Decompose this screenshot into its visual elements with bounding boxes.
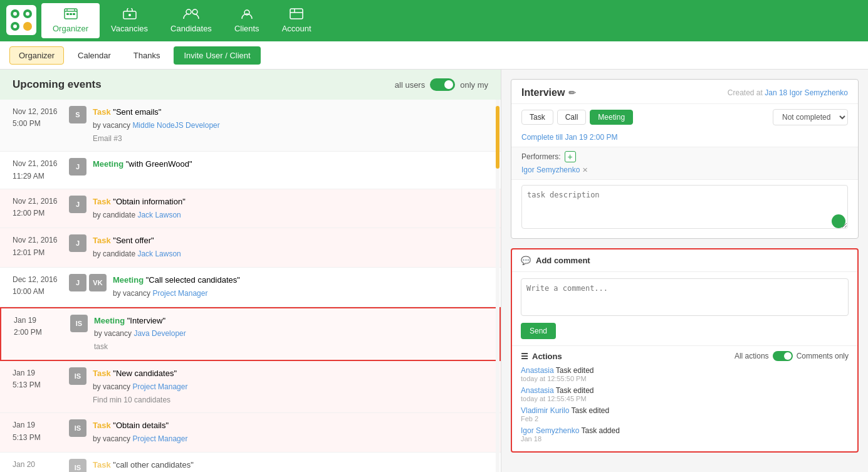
top-nav: Organizer Vacancies Candidates xyxy=(0,0,868,41)
performers-section: Performers: + Igor Semyzhenko ✕ xyxy=(511,147,858,180)
comment-input[interactable] xyxy=(521,278,849,316)
event-link[interactable]: Project Manager xyxy=(132,382,187,391)
status-select[interactable]: Not completed xyxy=(773,109,848,125)
table-row[interactable]: Nov 12, 20165:00 PM S Task "Sent emails"… xyxy=(0,100,501,152)
event-details: Task "New candidates" by vacancy Project… xyxy=(93,367,488,406)
event-type: Meeting xyxy=(113,275,144,285)
action-text: Task edited xyxy=(556,366,594,375)
scrollbar-thumb[interactable] xyxy=(496,106,499,169)
event-title: "Sent offer" xyxy=(113,236,154,245)
table-row[interactable]: Nov 21, 201612:01 PM J Task "Sent offer"… xyxy=(0,228,501,268)
right-panel: Interview ✏ Created at Jan 18 Igor Semyz… xyxy=(501,70,868,472)
vacancies-icon xyxy=(123,8,137,24)
nav-label-clients: Clients xyxy=(234,24,259,33)
complete-till-date: Jan 19 2:00 PM xyxy=(565,133,617,142)
nav-item-vacancies[interactable]: Vacancies xyxy=(100,3,159,38)
invite-user-client-button[interactable]: Invite User / Client xyxy=(174,46,260,65)
performer-remove-button[interactable]: ✕ xyxy=(582,166,588,174)
event-title: "New candidates" xyxy=(113,369,177,378)
avatar-group: J xyxy=(69,234,86,252)
edit-icon[interactable]: ✏ xyxy=(568,88,576,98)
avatar: VK xyxy=(89,274,107,291)
avatar: IS xyxy=(69,367,86,385)
list-item: Igor Semyzhenko Task added Jan 18 xyxy=(521,426,849,443)
sub-tab-organizer[interactable]: Organizer xyxy=(9,46,64,65)
event-details: Task "call other candidates" by vacancy … xyxy=(93,459,488,472)
performer-name[interactable]: Igor Semyzhenko xyxy=(521,165,580,174)
submit-circle-button[interactable] xyxy=(832,214,845,228)
event-type: Task xyxy=(93,460,111,469)
event-type: Task xyxy=(93,369,111,378)
event-title: "Obtain details" xyxy=(113,421,169,430)
event-details: Meeting "Call selected candidates" by va… xyxy=(113,274,488,300)
event-link[interactable]: Project Manager xyxy=(132,434,187,443)
nav-item-account[interactable]: Account xyxy=(271,3,323,38)
action-date: Feb 2 xyxy=(521,415,849,422)
event-link[interactable]: Jack Lawson xyxy=(137,249,180,258)
nav-label-account: Account xyxy=(282,24,311,33)
event-link[interactable]: Project Manager xyxy=(152,289,207,298)
tab-task[interactable]: Task xyxy=(521,110,553,125)
action-user-link[interactable]: Vladimir Kurilo xyxy=(521,406,569,415)
send-comment-button[interactable]: Send xyxy=(521,323,556,339)
nav-label-organizer: Organizer xyxy=(53,24,88,33)
sub-tab-thanks[interactable]: Thanks xyxy=(125,47,169,64)
nav-item-candidates[interactable]: Candidates xyxy=(159,3,223,38)
add-comment-label: Add comment xyxy=(536,256,590,265)
sub-tab-calendar[interactable]: Calendar xyxy=(69,47,120,64)
action-date: today at 12:55:45 PM xyxy=(521,395,849,402)
add-performer-button[interactable]: + xyxy=(565,151,576,162)
svg-rect-14 xyxy=(73,13,75,15)
avatar-group: S xyxy=(69,106,86,123)
action-user-link[interactable]: Anastasia xyxy=(521,386,554,395)
table-row[interactable]: Jan 20 IS Task "call other candidates" b… xyxy=(0,453,501,472)
created-info: Created at Jan 18 Igor Semyzhenko xyxy=(728,88,848,97)
event-type: Meeting xyxy=(94,316,125,325)
created-by-link[interactable]: Igor Semyzhenko xyxy=(790,88,848,97)
task-description-input[interactable] xyxy=(521,185,848,229)
avatar-group: IS xyxy=(70,315,88,332)
action-text: Task edited xyxy=(571,406,609,415)
event-link[interactable]: Jack Lawson xyxy=(137,211,180,219)
event-sub: by candidate Jack Lawson xyxy=(93,211,181,219)
table-row[interactable]: Jan 195:13 PM IS Task "Obtain details" b… xyxy=(0,413,501,453)
action-user-link[interactable]: Anastasia xyxy=(521,366,554,375)
avatar-group: J VK xyxy=(69,274,107,291)
scrollbar-track[interactable] xyxy=(496,100,499,472)
organizer-icon xyxy=(64,8,78,24)
comment-header: 💬 Add comment xyxy=(512,249,857,272)
event-title: "Sent emails" xyxy=(113,107,161,117)
nav-label-candidates: Candidates xyxy=(170,24,212,33)
tab-meeting[interactable]: Meeting xyxy=(590,110,633,125)
table-row-highlighted[interactable]: Jan 192:00 PM IS Meeting "Interview" by … xyxy=(0,307,501,361)
tab-call[interactable]: Call xyxy=(557,110,587,125)
list-item: Anastasia Task edited today at 12:55:45 … xyxy=(521,386,849,402)
event-sub: by vacancy Project Manager xyxy=(93,382,187,391)
actions-filter-toggle[interactable] xyxy=(773,351,793,361)
action-date: Jan 18 xyxy=(521,435,849,443)
event-details: Task "Obtain information" by candidate J… xyxy=(93,196,488,222)
event-sub: by candidate Jack Lawson xyxy=(93,249,181,258)
svg-rect-12 xyxy=(66,13,69,15)
table-row[interactable]: Nov 21, 201611:29 AM J Meeting "with Gre… xyxy=(0,152,501,189)
action-user-link[interactable]: Igor Semyzhenko xyxy=(521,426,579,435)
nav-item-organizer[interactable]: Organizer xyxy=(41,3,100,38)
svg-point-5 xyxy=(13,12,17,16)
event-title: "call other candidates" xyxy=(113,460,193,469)
user-filter-toggle[interactable] xyxy=(430,78,455,91)
table-row[interactable]: Jan 195:13 PM IS Task "New candidates" b… xyxy=(0,361,501,413)
event-link[interactable]: Middle NodeJS Developer xyxy=(132,121,219,130)
event-title: "Obtain information" xyxy=(113,197,185,206)
event-details: Task "Sent offer" by candidate Jack Laws… xyxy=(93,234,488,261)
detail-tabs: Task Call Meeting Not completed xyxy=(511,104,858,130)
logo[interactable] xyxy=(6,5,36,37)
event-title: "with GreenWood" xyxy=(126,159,192,169)
event-details: Task "Sent emails" by vacancy Middle Nod… xyxy=(93,106,488,145)
nav-item-clients[interactable]: Clients xyxy=(223,3,271,38)
table-row[interactable]: Dec 12, 201610:00 AM J VK Meeting "Call … xyxy=(0,268,501,307)
event-link[interactable]: Java Developer xyxy=(133,329,186,338)
event-date: Jan 192:00 PM xyxy=(14,315,70,338)
avatar: J xyxy=(69,274,86,291)
action-text: Task edited xyxy=(556,386,594,395)
table-row[interactable]: Nov 21, 201612:00 PM J Task "Obtain info… xyxy=(0,189,501,229)
